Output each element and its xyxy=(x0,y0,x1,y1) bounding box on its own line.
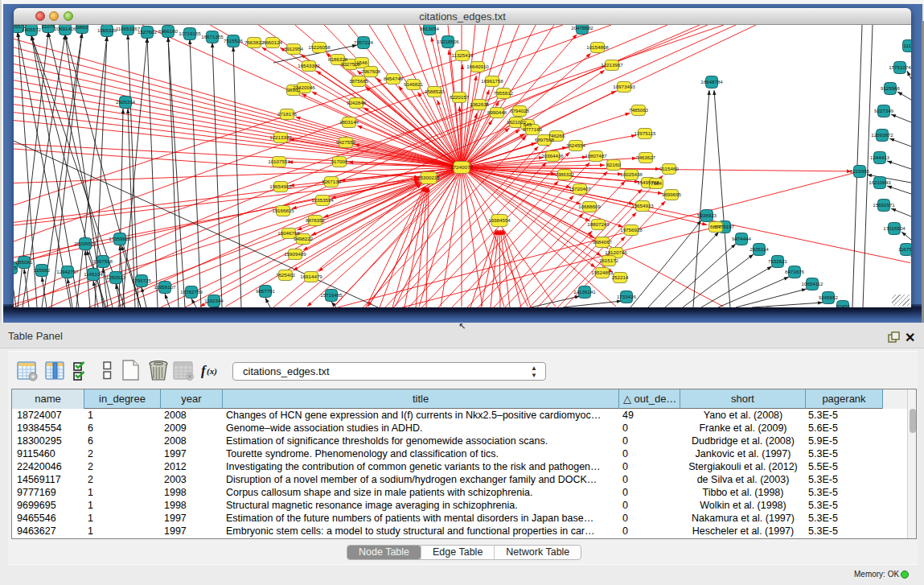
svg-text:285081: 285081 xyxy=(16,259,33,265)
svg-text:917006: 917006 xyxy=(331,159,348,164)
svg-text:9427552: 9427552 xyxy=(336,139,356,145)
svg-text:12975115: 12975115 xyxy=(634,130,656,136)
svg-text:1405572: 1405572 xyxy=(22,27,42,32)
svg-text:20691406: 20691406 xyxy=(54,26,76,31)
svg-text:16640910: 16640910 xyxy=(466,64,489,69)
svg-text:19524851: 19524851 xyxy=(591,270,614,275)
svg-text:7663822: 7663822 xyxy=(244,39,265,45)
svg-text:2803144: 2803144 xyxy=(339,119,359,125)
svg-text:9684067: 9684067 xyxy=(593,239,613,245)
svg-text:3875685: 3875685 xyxy=(349,78,369,84)
svg-text:1112: 1112 xyxy=(904,43,911,48)
svg-text:12942757: 12942757 xyxy=(56,269,79,274)
svg-text:17240077: 17240077 xyxy=(450,164,473,170)
svg-text:8454749: 8454749 xyxy=(384,76,404,81)
svg-text:1244413: 1244413 xyxy=(870,154,890,160)
svg-text:7684: 7684 xyxy=(651,180,662,186)
svg-text:16671355: 16671355 xyxy=(201,34,224,39)
svg-text:10807487: 10807487 xyxy=(585,153,607,159)
svg-text:20206533: 20206533 xyxy=(74,241,97,246)
svg-text:6966160: 6966160 xyxy=(158,28,179,34)
svg-text:8215955: 8215955 xyxy=(850,168,870,174)
svg-text:10719155: 10719155 xyxy=(179,31,201,36)
svg-text:8471676: 8471676 xyxy=(785,269,805,274)
svg-text:252214: 252214 xyxy=(612,274,629,280)
svg-text:15751074: 15751074 xyxy=(889,64,911,70)
svg-text:11325419: 11325419 xyxy=(451,52,474,58)
svg-text:16914479: 16914479 xyxy=(300,274,322,279)
svg-text:9146821: 9146821 xyxy=(404,81,424,87)
svg-text:5938923: 5938923 xyxy=(697,212,717,218)
svg-text:1192344: 1192344 xyxy=(204,298,224,303)
svg-text:16543362: 16543362 xyxy=(298,63,320,68)
svg-text:23420046: 23420046 xyxy=(293,84,315,90)
svg-text:9699695: 9699695 xyxy=(662,192,682,197)
svg-text:15716485: 15716485 xyxy=(320,292,343,298)
svg-text:19218506: 19218506 xyxy=(437,39,459,44)
svg-text:16210643: 16210643 xyxy=(869,179,891,185)
svg-text:116753: 116753 xyxy=(898,246,911,252)
svg-text:15226058: 15226058 xyxy=(308,44,331,50)
svg-text:1250513: 1250513 xyxy=(106,274,126,280)
svg-text:1065326: 1065326 xyxy=(97,27,117,33)
svg-text:2505334: 2505334 xyxy=(116,99,136,105)
svg-text:3912954: 3912954 xyxy=(284,46,304,51)
svg-text:10154808: 10154808 xyxy=(586,44,609,50)
svg-text:10654112: 10654112 xyxy=(801,281,823,286)
svg-text:1615172: 1615172 xyxy=(599,257,619,263)
svg-text:15692971: 15692971 xyxy=(873,202,895,208)
svg-text:15909489: 15909489 xyxy=(284,251,306,257)
svg-text:1588520: 1588520 xyxy=(425,89,445,94)
svg-text:92450: 92450 xyxy=(836,303,850,307)
svg-text:9129966: 9129966 xyxy=(881,85,901,91)
svg-text:1527602: 1527602 xyxy=(138,29,158,35)
svg-text:14136141: 14136141 xyxy=(573,289,596,295)
svg-text:13654923: 13654923 xyxy=(631,203,654,208)
svg-text:2718176: 2718176 xyxy=(277,111,298,117)
svg-text:8990448: 8990448 xyxy=(487,109,507,115)
svg-text:7515526: 7515526 xyxy=(224,38,244,43)
svg-text:6794028: 6794028 xyxy=(510,108,530,113)
svg-text:8813054: 8813054 xyxy=(420,26,440,31)
svg-text:18120746: 18120746 xyxy=(605,249,627,255)
svg-text:15046766: 15046766 xyxy=(277,230,300,236)
svg-text:8878352: 8878352 xyxy=(306,217,326,223)
svg-text:11958107: 11958107 xyxy=(154,284,176,290)
svg-text:9498222: 9498222 xyxy=(294,236,314,241)
svg-text:9242848: 9242848 xyxy=(347,100,367,105)
svg-text:20364436: 20364436 xyxy=(541,153,564,159)
svg-text:7955812: 7955812 xyxy=(494,90,514,96)
svg-text:1362635: 1362635 xyxy=(470,101,490,107)
svg-text:7625402: 7625402 xyxy=(276,272,296,278)
svg-text:746266: 746266 xyxy=(548,133,565,138)
svg-text:115682: 115682 xyxy=(34,267,51,273)
svg-text:9777169: 9777169 xyxy=(523,126,543,132)
svg-text:15300215: 15300215 xyxy=(417,175,440,180)
svg-text:16782759: 16782759 xyxy=(180,289,203,295)
svg-text:3267130: 3267130 xyxy=(322,179,342,184)
svg-text:2967608: 2967608 xyxy=(361,68,381,74)
svg-text:62160: 62160 xyxy=(606,162,621,167)
svg-text:9857791: 9857791 xyxy=(256,288,276,294)
svg-text:3624554: 3624554 xyxy=(566,142,586,148)
svg-text:7357224: 7357224 xyxy=(354,39,374,45)
svg-text:10688609: 10688609 xyxy=(578,204,601,209)
svg-text:9245652: 9245652 xyxy=(819,295,839,300)
svg-text:10107553: 10107553 xyxy=(268,159,290,164)
svg-text:7632621: 7632621 xyxy=(768,258,788,264)
svg-text:9115460: 9115460 xyxy=(659,166,679,171)
svg-text:9463627: 9463627 xyxy=(636,154,656,160)
svg-text:1546: 1546 xyxy=(356,60,368,65)
svg-text:9397568: 9397568 xyxy=(93,258,113,264)
svg-text:1145194: 1145194 xyxy=(84,271,103,277)
svg-text:2935114: 2935114 xyxy=(749,246,769,252)
svg-text:7386322: 7386322 xyxy=(555,171,575,177)
svg-text:17016504: 17016504 xyxy=(883,225,906,231)
svg-text:20478682: 20478682 xyxy=(571,25,593,31)
svg-text:9860: 9860 xyxy=(76,25,88,30)
svg-text:12213967: 12213967 xyxy=(601,62,623,68)
svg-text:16961758: 16961758 xyxy=(481,78,503,84)
svg-text:10973493: 10973493 xyxy=(613,84,635,89)
svg-text:9227349: 9227349 xyxy=(874,108,894,113)
svg-text:16648784: 16648784 xyxy=(700,79,723,84)
